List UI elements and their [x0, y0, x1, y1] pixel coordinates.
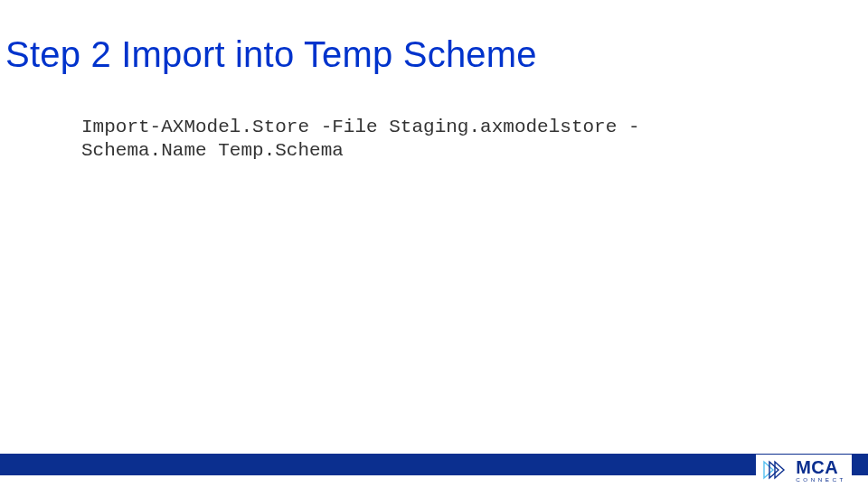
slide: Step 2 Import into Temp Scheme Import-AX…	[0, 0, 868, 488]
brand-text: MCA CONNECT	[796, 458, 846, 483]
brand-small: CONNECT	[796, 477, 846, 483]
footer-bar	[0, 454, 868, 475]
brand-logo: MCA CONNECT	[756, 455, 852, 484]
slide-title: Step 2 Import into Temp Scheme	[5, 34, 537, 75]
play-icon	[763, 459, 787, 481]
brand-big: MCA	[796, 458, 846, 476]
code-text: Import-AXModel.Store -File Staging.axmod…	[81, 116, 814, 164]
